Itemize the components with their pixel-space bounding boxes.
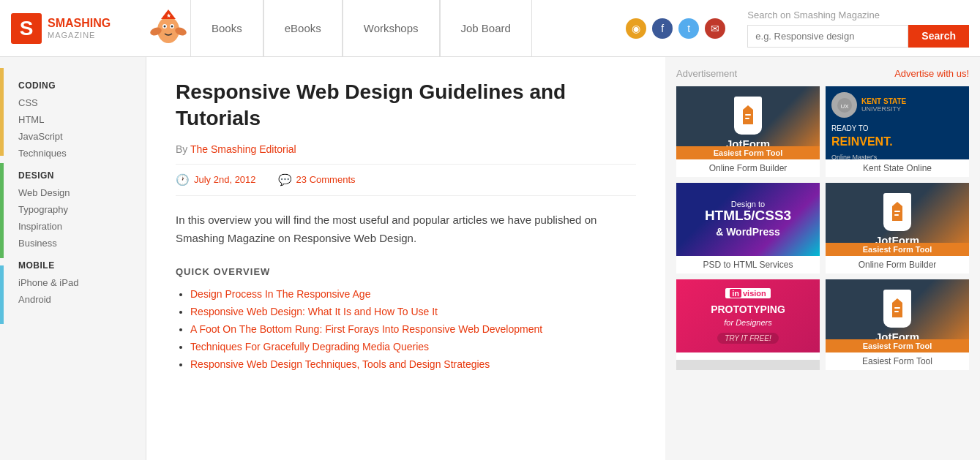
article-link-1[interactable]: Responsive Web Design: What It Is and Ho…	[190, 306, 438, 317]
article-meta: 🕐 July 2nd, 2012 💬 23 Comments	[176, 164, 636, 196]
sidebar-link-iphone[interactable]: iPhone & iPad	[0, 274, 146, 291]
logo[interactable]: S SMASHING MAGAZINE	[0, 13, 146, 44]
email-icon[interactable]: ✉	[705, 18, 725, 39]
svg-rect-9	[745, 118, 749, 119]
author-link[interactable]: The Smashing Editorial	[190, 143, 296, 155]
search-row: Search	[747, 25, 969, 48]
list-item: Responsive Web Design Techniques, Tools …	[190, 358, 636, 370]
quick-overview-title: QUICK OVERVIEW	[176, 266, 636, 277]
ad-header: Advertisement Advertise with us!	[676, 68, 969, 79]
sidebar-link-webdesign[interactable]: Web Design	[0, 184, 146, 201]
site-header: S SMASHING MAGAZINE ★ B	[0, 0, 980, 57]
date-text: July 2nd, 2012	[194, 174, 256, 185]
article-content: Responsive Web Design Guidelines and Tut…	[146, 57, 665, 460]
comment-icon: 💬	[278, 173, 292, 186]
ad-jotform-3[interactable]: JotForm Easiest Form Tool Easiest Form T…	[826, 279, 969, 370]
clock-icon: 🕐	[176, 173, 190, 186]
ad-caption-psd: PSD to HTML Services	[676, 256, 820, 274]
list-item: Techniques For Gracefully Degrading Medi…	[190, 341, 636, 352]
ad-jotform-2[interactable]: JotForm Easiest Form Tool Online Form Bu…	[826, 183, 969, 274]
sidebar-link-html[interactable]: HTML	[0, 111, 146, 128]
svg-point-3	[164, 25, 166, 27]
article-intro: In this overview you will find the most …	[176, 211, 636, 248]
article-link-4[interactable]: Responsive Web Design Techniques, Tools …	[190, 358, 490, 370]
ad-image-psd: Design to HTML5/CSS3& WordPress	[676, 183, 820, 256]
search-label: Search on Smashing Magazine	[747, 10, 880, 20]
search-input[interactable]	[747, 25, 908, 48]
svg-text:★: ★	[166, 12, 171, 19]
rss-icon[interactable]: ◉	[626, 18, 646, 39]
logo-magazine: MAGAZINE	[48, 31, 111, 40]
sidebar-link-css[interactable]: CSS	[0, 94, 146, 111]
ad-psd-html[interactable]: Design to HTML5/CSS3& WordPress PSD to H…	[676, 183, 820, 274]
right-sidebar: Advertisement Advertise with us! JotForm…	[665, 57, 980, 460]
article-link-0[interactable]: Design Process In The Responsive Age	[190, 288, 370, 300]
ad-caption-kent: Kent State Online	[826, 159, 969, 177]
logo-smashing: SMASHING	[48, 16, 111, 30]
article-comments[interactable]: 💬 23 Comments	[278, 173, 356, 186]
sidebar-category-design: DESIGN	[0, 162, 146, 184]
jotform-label: Easiest Form Tool	[676, 146, 820, 159]
nav-books[interactable]: Books	[190, 0, 263, 56]
mobile-accent	[0, 265, 4, 324]
article-date: 🕐 July 2nd, 2012	[176, 173, 256, 186]
sidebar-link-inspiration[interactable]: Inspiration	[0, 218, 146, 235]
svg-rect-13	[894, 214, 899, 216]
ad-label: Advertisement	[676, 68, 737, 79]
sidebar-link-typography[interactable]: Typography	[0, 201, 146, 218]
nav-ebooks[interactable]: eBooks	[263, 0, 343, 56]
article-link-2[interactable]: A Foot On The Bottom Rung: First Forays …	[190, 323, 542, 335]
nav-job-board[interactable]: Job Board	[440, 0, 532, 56]
ad-jotform-1[interactable]: JotForm Easiest Form Tool Online Form Bu…	[676, 86, 820, 177]
main-nav: ★ Books eBooks Workshops Job Board	[146, 0, 615, 56]
ad-caption-invision	[676, 352, 820, 360]
svg-text:UX: UX	[840, 103, 849, 110]
logo-letter: S	[11, 13, 42, 44]
by-label: By	[176, 143, 187, 155]
sidebar-link-android[interactable]: Android	[0, 291, 146, 308]
facebook-icon[interactable]: f	[652, 18, 673, 39]
ad-image-jotform2: JotForm Easiest Form Tool	[826, 183, 969, 256]
article-title: Responsive Web Design Guidelines and Tut…	[176, 79, 636, 132]
ad-image: JotForm Easiest Form Tool	[676, 86, 820, 159]
list-item: Responsive Web Design: What It Is and Ho…	[190, 306, 636, 317]
svg-rect-15	[894, 311, 899, 312]
sidebar-link-techniques[interactable]: Techniques	[0, 145, 146, 162]
ad-image-jotform3: JotForm Easiest Form Tool	[826, 279, 969, 352]
nav-workshops[interactable]: Workshops	[343, 0, 440, 56]
logo-text: SMASHING MAGAZINE	[48, 16, 111, 39]
list-item: A Foot On The Bottom Rung: First Forays …	[190, 323, 636, 335]
article-byline: By The Smashing Editorial	[176, 143, 636, 155]
left-sidebar: CODING CSS HTML JavaScript Techniques DE…	[0, 57, 146, 460]
svg-rect-14	[894, 307, 900, 309]
article-link-3[interactable]: Techniques For Gracefully Degrading Medi…	[190, 341, 429, 352]
article-link-list: Design Process In The Responsive Age Res…	[176, 288, 636, 370]
search-button[interactable]: Search	[908, 25, 969, 48]
sidebar-link-business[interactable]: Business	[0, 235, 146, 252]
ad-caption-jotform3: Easiest Form Tool	[826, 352, 969, 370]
advertise-link[interactable]: Advertise with us!	[894, 68, 969, 79]
design-accent	[0, 163, 4, 258]
ad-image-kent: UX KENT STATE UNIVERSITY READY TO REINVE…	[826, 86, 969, 159]
sidebar-category-mobile: MOBILE	[0, 252, 146, 274]
list-item: Design Process In The Responsive Age	[190, 288, 636, 300]
svg-point-4	[171, 25, 173, 27]
header-search: Search on Smashing Magazine Search	[736, 10, 980, 48]
ad-kent[interactable]: UX KENT STATE UNIVERSITY READY TO REINVE…	[826, 86, 969, 177]
svg-rect-8	[745, 114, 751, 116]
twitter-icon[interactable]: t	[678, 18, 699, 39]
ad-invision[interactable]: in vision PROTOTYPINGfor Designers TRY I…	[676, 279, 820, 370]
comments-text: 23 Comments	[296, 174, 356, 185]
ad-image-invision: in vision PROTOTYPINGfor Designers TRY I…	[676, 279, 820, 352]
sidebar-category-coding: CODING	[0, 72, 146, 94]
svg-rect-12	[894, 211, 900, 212]
social-links: ◉ f t ✉	[615, 18, 736, 39]
ad-caption-jotform2: Online Form Builder	[826, 256, 969, 274]
coding-accent	[0, 68, 4, 156]
ad-caption-jotform1: Online Form Builder	[676, 159, 820, 177]
sidebar-link-javascript[interactable]: JavaScript	[0, 128, 146, 145]
mascot-icon: ★	[146, 7, 190, 50]
main-wrapper: CODING CSS HTML JavaScript Techniques DE…	[0, 57, 980, 460]
ad-grid: JotForm Easiest Form Tool Online Form Bu…	[676, 86, 969, 370]
